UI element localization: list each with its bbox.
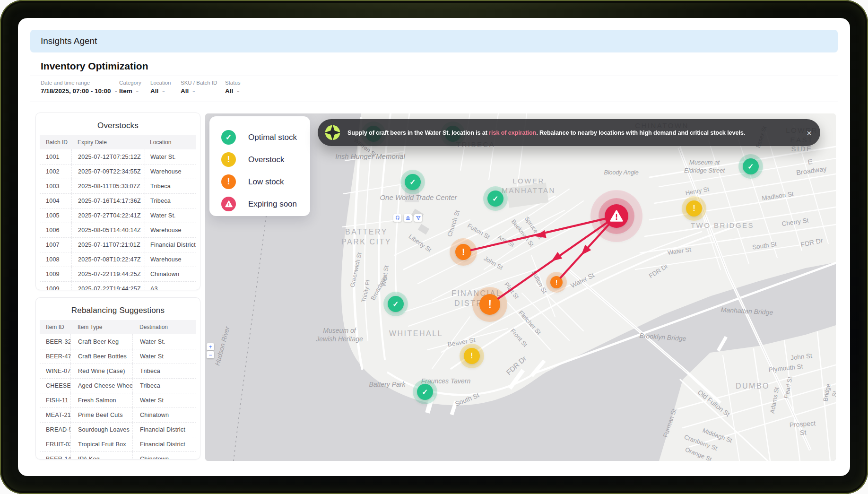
column-header: Location	[145, 135, 196, 149]
filter-label: Location	[150, 80, 171, 86]
legend-item-optimal: ✓Optimal stock	[221, 126, 310, 148]
filter-date-range[interactable]: Date and time range7/18/2025, 07:00 - 10…	[41, 80, 118, 95]
table-row[interactable]: BEER-47Craft Beer BottlesWater St	[40, 349, 196, 364]
low-marker-icon: !	[221, 174, 236, 189]
filter-value: All⌄	[181, 87, 217, 95]
table-cell: 1004	[40, 194, 71, 208]
column-header: Destination	[132, 320, 196, 334]
table-cell: 2025-08-11T05:33:07Z	[71, 179, 145, 193]
optimal-marker[interactable]: ✓	[487, 191, 503, 207]
table-cell: 1001	[40, 149, 71, 164]
table-cell: MEAT-21	[40, 408, 70, 422]
table-row[interactable]: 10092025-07-22T19:44:25ZChinatown	[40, 267, 196, 281]
legend-item-low: !Low stock	[221, 171, 310, 193]
filter-value-text: Item	[119, 87, 132, 95]
table-row[interactable]: CHEESE-02Aged Cheese WheelTribeca	[40, 378, 196, 393]
expiring-marker-icon	[221, 197, 236, 211]
low-marker[interactable]: !	[455, 244, 471, 260]
close-icon[interactable]: ×	[807, 128, 812, 137]
table-cell: Aged Cheese Wheel	[70, 379, 132, 393]
filter-sku-batch[interactable]: SKU / Batch IDAll⌄	[181, 80, 217, 95]
table-cell: 1008	[40, 252, 71, 267]
table-cell: 1002	[40, 165, 71, 179]
table-cell: WINE-07	[40, 364, 70, 378]
table-row[interactable]: FRUIT-03Tropical Fruit BoxFinancial Dist…	[40, 437, 196, 451]
filter-value: Item⌄	[119, 87, 141, 95]
filter-value: 7/18/2025, 07:00 - 10:00⌄	[41, 87, 118, 95]
museum-chip[interactable]	[404, 214, 412, 222]
table-cell: 1009	[40, 282, 71, 290]
table-cell: Warehouse	[145, 165, 196, 179]
overstock-marker[interactable]: !	[686, 200, 702, 217]
table-row[interactable]: MEAT-21Prime Beef CutsChinatown	[40, 407, 196, 422]
table-row[interactable]: 10022025-07-09T22:34:55ZWarehouse	[40, 164, 196, 179]
filter-value-text: All	[225, 87, 233, 95]
optimal-marker[interactable]: ✓	[743, 158, 759, 174]
filter-value: All⌄	[225, 87, 241, 95]
app-header-bar: Insights Agent	[30, 30, 838, 52]
table-row[interactable]: 10012025-07-12T07:25:12ZWater St.	[40, 149, 196, 164]
chevron-down-icon: ⌄	[135, 87, 139, 93]
table-row[interactable]: WINE-07Red Wine (Case)Tribeca	[40, 364, 196, 378]
low-marker[interactable]: !	[479, 294, 500, 315]
table-cell: CHEESE-02	[40, 379, 70, 393]
table-row[interactable]: 10082025-07-08T10:22:47ZWarehouse	[40, 252, 196, 267]
filter-value-text: All	[150, 87, 158, 95]
table-cell: 1007	[40, 238, 71, 252]
optimal-marker[interactable]: ✓	[388, 296, 404, 312]
table-cell: Craft Beer Bottles	[70, 349, 132, 364]
overstocks-header: Batch IDExpiry DateLocation	[40, 135, 196, 149]
table-cell: BEER-32	[40, 334, 70, 349]
table-cell: Financial District	[145, 238, 196, 252]
optimal-marker[interactable]: ✓	[417, 384, 433, 400]
table-cell: 1005	[40, 208, 71, 223]
table-cell: Chinatown	[145, 267, 196, 281]
expiring-marker[interactable]	[605, 204, 628, 228]
map-canvas[interactable]: TRIBECALOWER MANHATTANBATTERY PARK CITYF…	[205, 113, 836, 461]
table-cell: 1006	[40, 223, 71, 237]
table-cell: Craft Beer Keg	[70, 334, 132, 349]
transit-chip[interactable]	[393, 214, 401, 222]
filter-status[interactable]: StatusAll⌄	[225, 80, 241, 95]
filter-chip[interactable]	[414, 214, 422, 222]
table-row[interactable]: 10052025-07-27T04:22:41ZWater St.	[40, 208, 196, 223]
table-cell: 1003	[40, 179, 71, 193]
legend-item-expiring: Expiring soon	[221, 193, 310, 215]
table-cell: Warehouse	[145, 223, 196, 237]
map-zoom-control: + −	[207, 343, 214, 358]
table-row[interactable]: BEER-14IPA KegChinatown	[40, 451, 196, 459]
table-row[interactable]: 10092025-07-22T19:44:25ZA3	[40, 281, 196, 290]
filter-value-text: All	[181, 87, 189, 95]
table-row[interactable]: 10072025-07-11T07:21:01ZFinancial Distri…	[40, 237, 196, 252]
table-cell: Tribeca	[145, 179, 196, 193]
table-row[interactable]: 10042025-07-16T14:17:36ZTribeca	[40, 193, 196, 208]
overstock-marker-icon: !	[221, 152, 236, 167]
filter-category[interactable]: CategoryItem⌄	[119, 80, 141, 95]
table-cell: 2025-07-12T07:25:12Z	[71, 149, 145, 164]
table-cell: 2025-08-05T14:40:14Z	[71, 223, 145, 237]
table-cell: FRUIT-03	[40, 437, 70, 451]
rebalancing-title: Rebalancing Suggestions	[36, 306, 200, 315]
app-window: Insights Agent Inventory Optimization Da…	[18, 18, 850, 476]
low-marker[interactable]: !	[550, 276, 563, 288]
optimal-marker[interactable]: ✓	[405, 174, 421, 190]
table-row[interactable]: 10062025-08-05T14:40:14ZWarehouse	[40, 223, 196, 237]
filter-location[interactable]: LocationAll⌄	[150, 80, 171, 95]
zoom-in-button[interactable]: +	[207, 343, 214, 350]
table-row[interactable]: BREAD-55Sourdough LoavesFinancial Distri…	[40, 422, 196, 437]
table-row[interactable]: FISH-11Fresh SalmonWater St	[40, 393, 196, 407]
zoom-out-button[interactable]: −	[207, 351, 214, 358]
overstocks-card: Overstocks Batch IDExpiry DateLocation 1…	[35, 113, 200, 290]
table-cell: Sourdough Loaves	[70, 423, 132, 437]
table-cell: 2025-07-27T04:22:41Z	[71, 208, 145, 223]
table-cell: BEER-47	[40, 349, 70, 364]
column-header: Expiry Date	[71, 135, 145, 149]
agent-sparkle-icon	[324, 124, 341, 141]
table-row[interactable]: 10032025-08-11T05:33:07ZTribeca	[40, 179, 196, 193]
table-cell: 2025-07-16T14:17:36Z	[71, 194, 145, 208]
table-cell: 1009	[40, 267, 71, 281]
table-row[interactable]: BEER-32Craft Beer KegWater St.	[40, 334, 196, 349]
overstock-marker[interactable]: !	[464, 348, 480, 364]
banner-text-before: Supply of craft beers in the Water St. l…	[347, 129, 489, 136]
filter-label: Category	[119, 80, 141, 86]
